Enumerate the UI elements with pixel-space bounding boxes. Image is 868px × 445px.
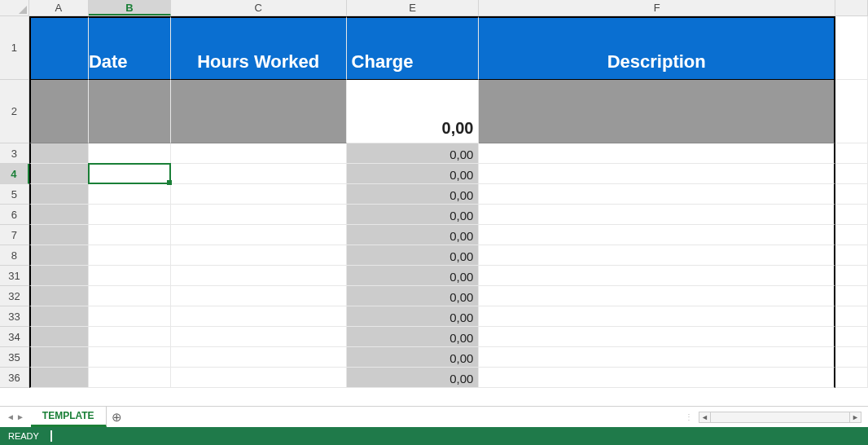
cell-E34[interactable]: 0,00 — [347, 327, 480, 347]
cell-F7[interactable] — [479, 225, 835, 245]
row-header-32[interactable]: 32 — [0, 286, 29, 306]
cell-B3[interactable] — [89, 143, 171, 164]
row-header-7[interactable]: 7 — [0, 225, 29, 245]
cell-C33[interactable] — [171, 306, 347, 327]
cell-A5[interactable] — [29, 184, 89, 205]
cell-A32[interactable] — [29, 286, 89, 306]
row-header-4[interactable]: 4 — [0, 164, 29, 184]
cell-C6[interactable] — [171, 205, 347, 225]
cell-G4[interactable] — [835, 164, 868, 184]
cell-A6[interactable] — [29, 205, 89, 225]
row-header-33[interactable]: 33 — [0, 306, 29, 327]
cell-B8[interactable] — [89, 245, 171, 266]
cell-F35[interactable] — [479, 347, 835, 368]
cell-F6[interactable] — [479, 205, 835, 225]
cell-E5[interactable]: 0,00 — [347, 184, 480, 205]
cell-F32[interactable] — [479, 286, 835, 306]
cell-C36[interactable] — [171, 368, 347, 388]
cell-A4[interactable] — [29, 164, 89, 184]
cell-G34[interactable] — [835, 327, 868, 347]
cell-F34[interactable] — [479, 327, 835, 347]
cell-G5[interactable] — [835, 184, 868, 205]
cell-B32[interactable] — [89, 286, 171, 306]
cell-E1-charge[interactable]: Charge — [347, 16, 480, 80]
cell-B6[interactable] — [89, 205, 171, 225]
cell-F8[interactable] — [479, 245, 835, 266]
tab-splitter-icon[interactable]: ⋮ — [685, 412, 694, 421]
row-header-36[interactable]: 36 — [0, 368, 29, 388]
select-all-corner[interactable] — [0, 0, 29, 15]
cell-F31[interactable] — [479, 266, 835, 286]
cell-G7[interactable] — [835, 225, 868, 245]
tab-nav-next-icon[interactable]: ► — [16, 412, 24, 421]
cell-C32[interactable] — [171, 286, 347, 306]
cell-F4[interactable] — [479, 164, 835, 184]
cell-A33[interactable] — [29, 306, 89, 327]
row-header-5[interactable]: 5 — [0, 184, 29, 205]
cell-C8[interactable] — [171, 245, 347, 266]
add-sheet-button[interactable]: ⊕ — [107, 407, 128, 427]
cell-B4[interactable] — [89, 164, 171, 184]
cell-F5[interactable] — [479, 184, 835, 205]
cell-F1-description[interactable]: Description — [479, 16, 835, 80]
cell-E33[interactable]: 0,00 — [347, 306, 480, 327]
row-header-34[interactable]: 34 — [0, 327, 29, 347]
cell-C5[interactable] — [171, 184, 347, 205]
cell-A1[interactable] — [29, 16, 89, 80]
cell-G35[interactable] — [835, 347, 868, 368]
column-header-A[interactable]: A — [29, 0, 89, 15]
row-header-2[interactable]: 2 — [0, 80, 29, 143]
cell-B31[interactable] — [89, 266, 171, 286]
cell-A34[interactable] — [29, 327, 89, 347]
cell-G2[interactable] — [835, 80, 868, 143]
cell-B36[interactable] — [89, 368, 171, 388]
cell-B2[interactable] — [89, 80, 171, 143]
cell-B7[interactable] — [89, 225, 171, 245]
cell-A31[interactable] — [29, 266, 89, 286]
cell-A3[interactable] — [29, 143, 89, 164]
cell-E31[interactable]: 0,00 — [347, 266, 480, 286]
cell-B34[interactable] — [89, 327, 171, 347]
cell-G33[interactable] — [835, 306, 868, 327]
cell-G32[interactable] — [835, 286, 868, 306]
row-header-35[interactable]: 35 — [0, 347, 29, 368]
cell-B5[interactable] — [89, 184, 171, 205]
column-header-E[interactable]: E — [347, 0, 480, 15]
cell-C31[interactable] — [171, 266, 347, 286]
cell-E32[interactable]: 0,00 — [347, 286, 480, 306]
row-header-6[interactable]: 6 — [0, 205, 29, 225]
cell-C4[interactable] — [171, 164, 347, 184]
cell-C34[interactable] — [171, 327, 347, 347]
cell-E8[interactable]: 0,00 — [347, 245, 480, 266]
cell-F3[interactable] — [479, 143, 835, 164]
cell-F33[interactable] — [479, 306, 835, 327]
row-header-3[interactable]: 3 — [0, 143, 29, 164]
cell-A8[interactable] — [29, 245, 89, 266]
cell-G3[interactable] — [835, 143, 868, 164]
cell-E36[interactable]: 0,00 — [347, 368, 480, 388]
cell-G6[interactable] — [835, 205, 868, 225]
cell-A7[interactable] — [29, 225, 89, 245]
cell-A36[interactable] — [29, 368, 89, 388]
cell-E6[interactable]: 0,00 — [347, 205, 480, 225]
cell-E35[interactable]: 0,00 — [347, 347, 480, 368]
horizontal-scrollbar[interactable]: ◄ ► — [699, 412, 861, 423]
cell-G36[interactable] — [835, 368, 868, 388]
cell-E7[interactable]: 0,00 — [347, 225, 480, 245]
column-header-B[interactable]: B — [89, 0, 171, 15]
row-header-8[interactable]: 8 — [0, 245, 29, 266]
spreadsheet-grid[interactable]: A B C E F 1 Date Hours Worked Charge Des… — [0, 0, 868, 406]
cell-G31[interactable] — [835, 266, 868, 286]
tab-nav-prev-icon[interactable]: ◄ — [7, 412, 15, 421]
macro-record-icon[interactable] — [50, 431, 52, 441]
cell-E2-total[interactable]: 0,00 — [347, 80, 480, 143]
cell-F36[interactable] — [479, 368, 835, 388]
column-header-blank[interactable] — [835, 0, 868, 15]
cell-B1-date[interactable]: Date — [89, 16, 171, 80]
cell-G8[interactable] — [835, 245, 868, 266]
cell-C2[interactable] — [171, 80, 347, 143]
cell-C1-hours[interactable]: Hours Worked — [171, 16, 347, 80]
scroll-left-icon[interactable]: ◄ — [699, 412, 711, 422]
cell-C3[interactable] — [171, 143, 347, 164]
cell-A2[interactable] — [29, 80, 89, 143]
